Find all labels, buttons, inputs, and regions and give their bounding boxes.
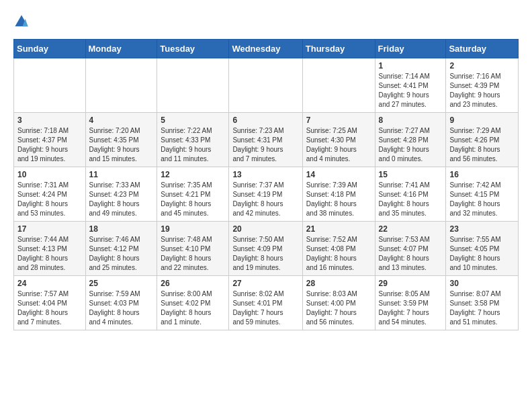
day-number: 29 <box>379 279 443 288</box>
calendar-cell: 8Sunrise: 7:27 AM Sunset: 4:28 PM Daylig… <box>375 113 446 167</box>
calendar-cell: 20Sunrise: 7:50 AM Sunset: 4:09 PM Dayli… <box>229 222 302 276</box>
calendar-cell: 1Sunrise: 7:14 AM Sunset: 4:41 PM Daylig… <box>375 58 446 113</box>
day-number: 17 <box>17 224 82 234</box>
calendar-cell: 12Sunrise: 7:35 AM Sunset: 4:21 PM Dayli… <box>157 167 229 222</box>
day-info: Sunrise: 7:31 AM Sunset: 4:24 PM Dayligh… <box>17 181 82 218</box>
day-number: 10 <box>17 170 82 179</box>
days-of-week-row: SundayMondayTuesdayWednesdayThursdayFrid… <box>14 40 519 58</box>
week-row-1: 1Sunrise: 7:14 AM Sunset: 4:41 PM Daylig… <box>14 58 519 113</box>
day-number: 23 <box>449 224 515 234</box>
day-info: Sunrise: 7:20 AM Sunset: 4:35 PM Dayligh… <box>89 126 154 164</box>
day-info: Sunrise: 7:59 AM Sunset: 4:03 PM Dayligh… <box>89 289 154 327</box>
day-number: 8 <box>379 116 443 125</box>
calendar-cell: 19Sunrise: 7:48 AM Sunset: 4:10 PM Dayli… <box>157 222 229 276</box>
day-info: Sunrise: 7:33 AM Sunset: 4:23 PM Dayligh… <box>89 181 154 218</box>
day-info: Sunrise: 8:07 AM Sunset: 3:58 PM Dayligh… <box>449 289 515 327</box>
day-info: Sunrise: 7:27 AM Sunset: 4:28 PM Dayligh… <box>379 126 443 164</box>
day-info: Sunrise: 7:25 AM Sunset: 4:30 PM Dayligh… <box>306 126 371 164</box>
logo <box>13 13 32 30</box>
calendar-cell: 30Sunrise: 8:07 AM Sunset: 3:58 PM Dayli… <box>446 276 519 330</box>
calendar-cell: 14Sunrise: 7:39 AM Sunset: 4:18 PM Dayli… <box>302 167 375 222</box>
dow-header-saturday: Saturday <box>446 40 519 58</box>
week-row-5: 24Sunrise: 7:57 AM Sunset: 4:04 PM Dayli… <box>14 276 519 330</box>
day-number: 12 <box>161 170 225 179</box>
week-row-3: 10Sunrise: 7:31 AM Sunset: 4:24 PM Dayli… <box>14 167 519 222</box>
calendar-cell: 17Sunrise: 7:44 AM Sunset: 4:13 PM Dayli… <box>14 222 86 276</box>
calendar-cell <box>14 58 86 113</box>
day-number: 28 <box>306 279 371 288</box>
day-info: Sunrise: 7:57 AM Sunset: 4:04 PM Dayligh… <box>17 289 82 327</box>
day-info: Sunrise: 7:55 AM Sunset: 4:05 PM Dayligh… <box>449 235 515 273</box>
day-number: 24 <box>17 279 82 288</box>
day-number: 16 <box>449 170 515 179</box>
calendar-cell: 23Sunrise: 7:55 AM Sunset: 4:05 PM Dayli… <box>446 222 519 276</box>
day-info: Sunrise: 7:29 AM Sunset: 4:26 PM Dayligh… <box>449 126 515 164</box>
day-number: 22 <box>379 224 443 234</box>
dow-header-thursday: Thursday <box>302 40 375 58</box>
day-info: Sunrise: 7:53 AM Sunset: 4:07 PM Dayligh… <box>379 235 443 273</box>
day-number: 30 <box>449 279 515 288</box>
logo-icon <box>13 13 30 30</box>
day-number: 11 <box>89 170 154 179</box>
day-number: 3 <box>17 116 82 125</box>
day-info: Sunrise: 8:02 AM Sunset: 4:01 PM Dayligh… <box>232 289 298 327</box>
dow-header-monday: Monday <box>85 40 157 58</box>
day-info: Sunrise: 7:42 AM Sunset: 4:15 PM Dayligh… <box>449 181 515 218</box>
day-number: 15 <box>379 170 443 179</box>
calendar-cell: 4Sunrise: 7:20 AM Sunset: 4:35 PM Daylig… <box>85 113 157 167</box>
day-number: 27 <box>232 279 298 288</box>
day-info: Sunrise: 7:44 AM Sunset: 4:13 PM Dayligh… <box>17 235 82 273</box>
calendar-cell: 21Sunrise: 7:52 AM Sunset: 4:08 PM Dayli… <box>302 222 375 276</box>
day-info: Sunrise: 7:52 AM Sunset: 4:08 PM Dayligh… <box>306 235 371 273</box>
calendar-body: 1Sunrise: 7:14 AM Sunset: 4:41 PM Daylig… <box>14 58 519 330</box>
calendar-cell: 11Sunrise: 7:33 AM Sunset: 4:23 PM Dayli… <box>85 167 157 222</box>
dow-header-friday: Friday <box>375 40 446 58</box>
calendar-cell: 22Sunrise: 7:53 AM Sunset: 4:07 PM Dayli… <box>375 222 446 276</box>
day-info: Sunrise: 7:37 AM Sunset: 4:19 PM Dayligh… <box>232 181 298 218</box>
day-info: Sunrise: 8:00 AM Sunset: 4:02 PM Dayligh… <box>161 289 225 327</box>
day-info: Sunrise: 7:16 AM Sunset: 4:39 PM Dayligh… <box>449 72 515 109</box>
calendar-cell: 29Sunrise: 8:05 AM Sunset: 3:59 PM Dayli… <box>375 276 446 330</box>
calendar-table: SundayMondayTuesdayWednesdayThursdayFrid… <box>13 39 519 330</box>
day-info: Sunrise: 7:50 AM Sunset: 4:09 PM Dayligh… <box>232 235 298 273</box>
calendar-cell <box>157 58 229 113</box>
week-row-4: 17Sunrise: 7:44 AM Sunset: 4:13 PM Dayli… <box>14 222 519 276</box>
day-info: Sunrise: 7:23 AM Sunset: 4:31 PM Dayligh… <box>232 126 298 164</box>
day-number: 13 <box>232 170 298 179</box>
day-number: 26 <box>161 279 225 288</box>
day-info: Sunrise: 7:39 AM Sunset: 4:18 PM Dayligh… <box>306 181 371 218</box>
calendar-cell: 16Sunrise: 7:42 AM Sunset: 4:15 PM Dayli… <box>446 167 519 222</box>
day-info: Sunrise: 7:48 AM Sunset: 4:10 PM Dayligh… <box>161 235 225 273</box>
calendar-cell: 15Sunrise: 7:41 AM Sunset: 4:16 PM Dayli… <box>375 167 446 222</box>
day-number: 14 <box>306 170 371 179</box>
day-info: Sunrise: 7:22 AM Sunset: 4:33 PM Dayligh… <box>161 126 225 164</box>
day-info: Sunrise: 7:46 AM Sunset: 4:12 PM Dayligh… <box>89 235 154 273</box>
calendar-page: SundayMondayTuesdayWednesdayThursdayFrid… <box>0 0 532 337</box>
calendar-cell: 10Sunrise: 7:31 AM Sunset: 4:24 PM Dayli… <box>14 167 86 222</box>
day-info: Sunrise: 7:14 AM Sunset: 4:41 PM Dayligh… <box>379 72 443 109</box>
day-info: Sunrise: 7:35 AM Sunset: 4:21 PM Dayligh… <box>161 181 225 218</box>
dow-header-sunday: Sunday <box>14 40 86 58</box>
calendar-cell: 25Sunrise: 7:59 AM Sunset: 4:03 PM Dayli… <box>85 276 157 330</box>
week-row-2: 3Sunrise: 7:18 AM Sunset: 4:37 PM Daylig… <box>14 113 519 167</box>
day-number: 18 <box>89 224 154 234</box>
day-number: 4 <box>89 116 154 125</box>
day-number: 19 <box>161 224 225 234</box>
calendar-cell: 5Sunrise: 7:22 AM Sunset: 4:33 PM Daylig… <box>157 113 229 167</box>
day-number: 1 <box>379 61 443 71</box>
calendar-cell: 13Sunrise: 7:37 AM Sunset: 4:19 PM Dayli… <box>229 167 302 222</box>
header <box>13 13 519 30</box>
calendar-cell: 27Sunrise: 8:02 AM Sunset: 4:01 PM Dayli… <box>229 276 302 330</box>
day-number: 5 <box>161 116 225 125</box>
calendar-cell: 7Sunrise: 7:25 AM Sunset: 4:30 PM Daylig… <box>302 113 375 167</box>
calendar-cell: 9Sunrise: 7:29 AM Sunset: 4:26 PM Daylig… <box>446 113 519 167</box>
day-number: 21 <box>306 224 371 234</box>
dow-header-wednesday: Wednesday <box>229 40 302 58</box>
dow-header-tuesday: Tuesday <box>157 40 229 58</box>
calendar-cell: 28Sunrise: 8:03 AM Sunset: 4:00 PM Dayli… <box>302 276 375 330</box>
day-number: 7 <box>306 116 371 125</box>
day-number: 9 <box>449 116 515 125</box>
day-info: Sunrise: 8:05 AM Sunset: 3:59 PM Dayligh… <box>379 289 443 327</box>
calendar-cell: 3Sunrise: 7:18 AM Sunset: 4:37 PM Daylig… <box>14 113 86 167</box>
day-info: Sunrise: 8:03 AM Sunset: 4:00 PM Dayligh… <box>306 289 371 327</box>
